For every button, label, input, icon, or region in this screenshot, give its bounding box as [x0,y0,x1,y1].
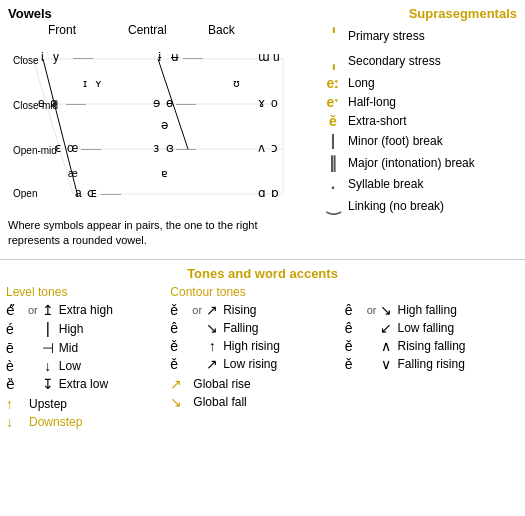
svg-text:ʏ: ʏ [95,77,102,89]
tone-ex-falling-rising: ě [345,356,365,372]
svg-text:ɘ: ɘ [153,96,160,110]
tone-sym-global-fall: ↘ [170,394,190,410]
high-low-tones-col: ê or ↘ High falling ê or ↙ Low falling ě… [345,285,519,432]
tone-ex-extra-low: ȅ [6,376,26,392]
svg-text:i: i [41,50,44,64]
supra-label-linking: Linking (no break) [348,199,444,213]
supra-row-halflong: eˑ Half-long [318,94,517,110]
tone-ex-rising: ě [170,302,190,318]
supra-symbol-linking: ‿ [318,196,348,215]
vowels-header: Front Central Back [48,23,302,37]
tone-sym-low-rising: ↗ [204,356,220,372]
vowels-title: Vowels [8,6,302,21]
tone-high-rising: ě or ↑ High rising [170,338,344,354]
svg-text:ɪ: ɪ [83,77,87,89]
tone-sym-mid: ⊣ [40,340,56,356]
tone-sym-high: | [40,320,56,338]
svg-text:Open: Open [13,188,37,199]
supra-row-linking: ‿ Linking (no break) [318,196,517,215]
supra-row-major: ‖ Major (intonation) break [318,153,517,172]
supra-label-halflong: Half-long [348,95,396,109]
tone-downstep: ↓ Downstep [6,414,170,430]
contour-tones-title: Contour tones [170,285,344,299]
tone-high: é or | High [6,320,170,338]
svg-text:——: —— [101,188,121,199]
tone-global-fall: ↘ Global fall [170,394,344,410]
tone-sym-low-falling: ↙ [378,320,394,336]
level-tones-title: Level tones [6,285,170,299]
tone-ex-falling: ê [170,320,190,336]
header-front: Front [48,23,128,37]
tone-lbl-rising: Rising [223,303,256,317]
svg-text:œ: œ [67,141,78,155]
tone-sym-low: ↓ [40,358,56,374]
supra-label-long: Long [348,76,375,90]
tone-extralow: ȅ or ↧ Extra low [6,376,170,392]
tone-lbl-falling: Falling [223,321,258,335]
svg-line-1 [33,59,73,194]
supra-symbol-major: ‖ [318,153,348,172]
svg-text:ʌ: ʌ [258,141,265,155]
header-back: Back [208,23,288,37]
left-panel: Vowels Front Central Back Close Close-mi… [0,0,310,255]
supra-row-syllable: . Syllable break [318,175,517,193]
svg-text:ɵ: ɵ [166,96,173,110]
tone-ex-low-rising: ě [170,356,190,372]
tone-upstep: ↑ Upstep [6,396,170,412]
supra-label-syllable: Syllable break [348,177,423,191]
svg-text:——: —— [81,143,101,154]
tone-sym-high-rising: ↑ [204,338,220,354]
svg-text:——: —— [183,52,203,63]
tone-rising-falling: ě or ∧ Rising falling [345,338,519,354]
tone-lbl-high-rising: High rising [223,339,280,353]
svg-text:ɔ: ɔ [271,141,278,155]
tone-ex-low-falling: ê [345,320,365,336]
supra-symbol-secondary: ˌ [318,50,348,72]
svg-text:——: —— [73,52,93,63]
tone-lbl-low: Low [59,359,81,373]
svg-text:ɐ: ɐ [161,167,168,179]
tone-lbl-extra-low: Extra low [59,377,108,391]
svg-text:ʊ: ʊ [233,77,240,89]
tone-sym-extra-high: ↥ [40,302,56,318]
svg-text:ɶ: ɶ [87,186,97,200]
tone-sym-falling-rising: ∨ [378,356,394,372]
tone-ex-mid: ē [6,340,26,356]
svg-text:ə: ə [161,118,168,132]
tone-rising: ě or ↗ Rising [170,302,344,318]
supra-row-secondary: ˌ Secondary stress [318,50,517,72]
svg-text:æ: æ [68,167,78,179]
svg-text:—: — [16,53,25,63]
tone-ex-high: é [6,321,26,337]
tone-or-h1: or [367,304,377,316]
tone-ex-extra-high: é̋ [6,302,26,318]
svg-text:ɨ: ɨ [158,50,162,64]
supra-row-extrashort: ĕ Extra-short [318,113,517,129]
tone-or-1: or [28,304,38,316]
supra-label-extrashort: Extra-short [348,114,407,128]
supra-symbol-extrashort: ĕ [318,113,348,129]
tone-global-rise: ↗ Global rise [170,376,344,392]
tone-ex-rising-falling: ě [345,338,365,354]
tone-ex-high-rising: ě [170,338,190,354]
tone-low: è or ↓ Low [6,358,170,374]
vowel-note: Where symbols appear in pairs, the one t… [8,218,302,249]
right-panel: Suprasegmentals ˈ Primary stress ˌ Secon… [310,0,525,255]
svg-text:——: —— [176,143,196,154]
supra-row-minor: | Minor (foot) break [318,132,517,150]
svg-text:ø: ø [50,96,58,110]
supra-label-primary: Primary stress [348,29,425,43]
svg-text:——: —— [66,98,86,109]
supra-symbol-syllable: . [318,175,348,193]
svg-text:y: y [53,50,59,64]
tones-section: Tones and word accents Level tones é̋ or… [0,259,525,432]
supra-row-long: eː Long [318,75,517,91]
tone-sym-rising-falling: ∧ [378,338,394,354]
svg-text:ɒ: ɒ [271,186,279,200]
main-container: Vowels Front Central Back Close Close-mi… [0,0,525,255]
supra-symbol-long: eː [318,75,348,91]
tone-lbl-mid: Mid [59,341,78,355]
supra-label-major: Major (intonation) break [348,156,475,170]
tone-lbl-low-falling: Low falling [397,321,454,335]
tones-title: Tones and word accents [0,266,525,281]
